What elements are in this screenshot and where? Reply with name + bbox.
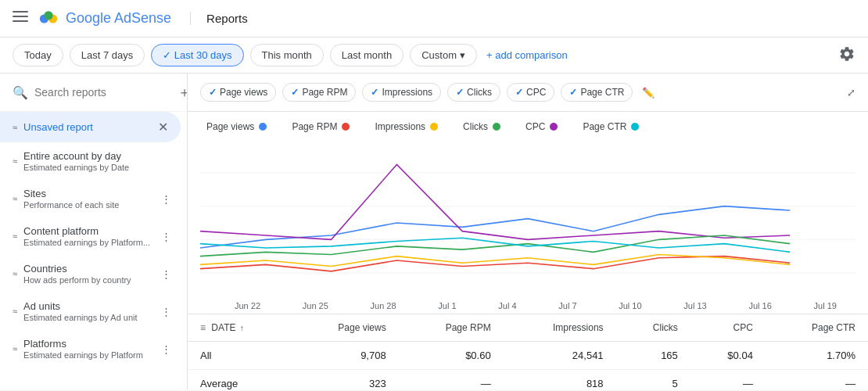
- sidebar-item-sub-ad-units: Estimated earnings by Ad unit: [23, 313, 152, 322]
- legend-clicks: Clicks: [463, 121, 500, 132]
- row-all-cpc: $0.04: [690, 342, 766, 370]
- settings-icon[interactable]: [838, 45, 855, 65]
- sidebar-item-platforms[interactable]: ≈ Platforms Estimated earnings by Platfo…: [0, 330, 187, 368]
- more-options-platforms[interactable]: ⋮: [158, 340, 174, 358]
- filter-chip-pagectr[interactable]: ✓ Page CTR: [561, 83, 633, 102]
- sidebar-item-content-platform[interactable]: ≈ Content platform Estimated earnings by…: [0, 217, 187, 255]
- chip-label-cpc: CPC: [526, 87, 546, 98]
- sidebar-item-label-sites: Sites: [23, 188, 152, 199]
- col-header-pagectr[interactable]: Page CTR: [766, 314, 868, 342]
- col-header-date[interactable]: ≡ DATE ↑: [188, 314, 290, 342]
- row-all-impressions: 24,541: [504, 342, 616, 370]
- legend-dot-clicks: [493, 123, 500, 131]
- row-avg-pagerpm: —: [399, 370, 504, 390]
- chart-legend: Page views Page RPM Impressions Clicks C…: [188, 112, 868, 142]
- col-header-clicks[interactable]: Clicks: [616, 314, 690, 342]
- sidebar-item-unsaved[interactable]: ≈ Unsaved report ✕: [0, 112, 181, 142]
- row-all-label: All: [188, 342, 290, 370]
- more-options-countries[interactable]: ⋮: [158, 265, 174, 283]
- filter-chip-impressions[interactable]: ✓ Impressions: [362, 83, 441, 102]
- sidebar-item-icon-ad-units: ≈: [13, 307, 17, 316]
- row-avg-impressions: 818: [504, 370, 616, 390]
- filter-today[interactable]: Today: [13, 44, 63, 66]
- legend-dot-cpc: [550, 123, 558, 131]
- sidebar-item-label-platforms: Platforms: [23, 338, 152, 350]
- more-options-content[interactable]: ⋮: [158, 228, 174, 246]
- sidebar-item-sub-sites: Performance of each site: [23, 200, 152, 210]
- legend-dot-impressions: [430, 123, 438, 131]
- row-avg-pageviews: 323: [290, 370, 399, 390]
- legend-pagerpm: Page RPM: [292, 121, 350, 132]
- legend-dot-pageviews: [259, 123, 267, 131]
- filter-custom[interactable]: Custom ▾: [410, 44, 477, 66]
- sidebar-item-label-unsaved: Unsaved report: [23, 121, 152, 133]
- filter-last30[interactable]: Last 30 days: [151, 44, 243, 66]
- filter-chip-cpc[interactable]: ✓ CPC: [507, 83, 554, 102]
- chip-label-pagectr: Page CTR: [580, 87, 624, 98]
- chip-label-clicks: Clicks: [467, 87, 492, 98]
- table-icon[interactable]: ≡: [200, 322, 206, 333]
- add-report-icon[interactable]: ＋: [178, 83, 188, 102]
- sidebar-item-sites[interactable]: ≈ Sites Performance of each site ⋮: [0, 180, 187, 217]
- filter-thismonth[interactable]: This month: [250, 44, 324, 66]
- sidebar-item-label-countries: Countries: [23, 263, 152, 274]
- search-input[interactable]: [34, 86, 171, 99]
- table-row-average: Average 323 — 818 5 — —: [188, 370, 868, 390]
- topbar: Google AdSense Reports: [0, 0, 868, 38]
- row-avg-clicks: 5: [616, 370, 690, 390]
- chip-label-pagerpm: Page RPM: [302, 87, 347, 98]
- hamburger-menu[interactable]: [13, 11, 28, 27]
- filter-chip-pagerpm[interactable]: ✓ Page RPM: [282, 83, 356, 102]
- row-avg-pagectr: —: [766, 370, 868, 390]
- chip-label-impressions: Impressions: [382, 87, 432, 98]
- more-options-ad-units[interactable]: ⋮: [158, 303, 174, 321]
- sidebar-item-icon-unsaved: ≈: [13, 123, 17, 132]
- logo-text: Google AdSense: [66, 10, 171, 27]
- x-axis-labels: Jun 22 Jun 25 Jun 28 Jul 1 Jul 4 Jul 7 J…: [188, 298, 868, 314]
- sidebar-item-sub-entire: Estimated earnings by Date: [23, 163, 174, 172]
- legend-cpc: CPC: [525, 121, 558, 132]
- row-all-pagectr: 1.70%: [766, 342, 868, 370]
- sidebar-item-label-content: Content platform: [23, 225, 152, 237]
- legend-dot-pagectr: [631, 123, 639, 131]
- sidebar-item-icon-countries: ≈: [13, 269, 17, 278]
- add-comparison-button[interactable]: + add comparison: [486, 49, 568, 61]
- edit-metrics-icon[interactable]: ✏️: [642, 87, 655, 99]
- more-options-sites[interactable]: ⋮: [158, 190, 174, 208]
- row-all-pagerpm: $0.60: [399, 342, 504, 370]
- sidebar-item-label-ad-units: Ad units: [23, 300, 152, 312]
- table-row-all: All 9,708 $0.60 24,541 165 $0.04 1.70%: [188, 342, 868, 370]
- legend-impressions: Impressions: [375, 121, 438, 132]
- sidebar-item-countries[interactable]: ≈ Countries How ads perform by country ⋮: [0, 255, 187, 292]
- filter-last7[interactable]: Last 7 days: [70, 44, 145, 66]
- filter-lastmonth[interactable]: Last month: [330, 44, 404, 66]
- legend-dot-pagerpm: [342, 123, 350, 131]
- col-header-pagerpm[interactable]: Page RPM: [399, 314, 504, 342]
- expand-chart-icon[interactable]: ⤢: [847, 87, 855, 99]
- sidebar-item-label-entire: Entire account by day: [23, 150, 174, 162]
- filter-chip-clicks[interactable]: ✓ Clicks: [447, 83, 500, 102]
- col-header-pageviews[interactable]: Page views: [290, 314, 399, 342]
- legend-pagectr: Page CTR: [583, 121, 639, 132]
- filterbar: Today Last 7 days Last 30 days This mont…: [0, 38, 868, 74]
- search-icon: 🔍: [13, 85, 28, 100]
- sidebar-item-ad-units[interactable]: ≈ Ad units Estimated earnings by Ad unit…: [0, 292, 187, 330]
- sort-icon-date[interactable]: ↑: [240, 324, 244, 332]
- chip-label-pageviews: Page views: [220, 87, 267, 98]
- row-all-pageviews: 9,708: [290, 342, 399, 370]
- row-avg-label: Average: [188, 370, 290, 390]
- table-header-row: ≡ DATE ↑ Page views Page RPM Impressions…: [188, 314, 868, 342]
- row-avg-cpc: —: [690, 370, 766, 390]
- sidebar-item-icon-entire: ≈: [13, 156, 17, 166]
- filter-chip-pageviews[interactable]: ✓ Page views: [200, 83, 276, 102]
- sidebar-item-icon-sites: ≈: [13, 194, 17, 203]
- svg-point-2: [44, 11, 52, 20]
- data-table: ≡ DATE ↑ Page views Page RPM Impressions…: [188, 314, 868, 389]
- sidebar-item-entire-account[interactable]: ≈ Entire account by day Estimated earnin…: [0, 142, 187, 180]
- col-header-impressions[interactable]: Impressions: [504, 314, 616, 342]
- adsense-logo-icon: [38, 8, 59, 30]
- content-area: ✓ Page views ✓ Page RPM ✓ Impressions ✓ …: [188, 74, 868, 389]
- chart-filters: ✓ Page views ✓ Page RPM ✓ Impressions ✓ …: [188, 74, 868, 112]
- col-header-cpc[interactable]: CPC: [690, 314, 766, 342]
- close-unsaved-icon[interactable]: ✕: [158, 120, 168, 135]
